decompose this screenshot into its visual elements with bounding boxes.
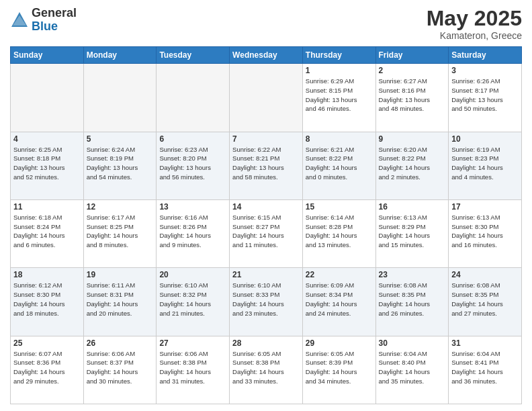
day-number: 27: [159, 338, 226, 348]
calendar-cell: 12Sunrise: 6:17 AM Sunset: 8:25 PM Dayli…: [83, 199, 157, 267]
day-info: Sunrise: 6:04 AM Sunset: 8:40 PM Dayligh…: [379, 349, 446, 386]
day-number: 12: [87, 202, 154, 212]
calendar-cell: 15Sunrise: 6:14 AM Sunset: 8:28 PM Dayli…: [302, 199, 375, 267]
col-sunday: Sunday: [11, 47, 84, 64]
calendar-week-0: 1Sunrise: 6:29 AM Sunset: 8:15 PM Daylig…: [11, 64, 522, 132]
logo-blue: Blue: [32, 19, 58, 33]
day-number: 10: [451, 134, 519, 144]
calendar-cell: 13Sunrise: 6:16 AM Sunset: 8:26 PM Dayli…: [157, 199, 230, 267]
day-info: Sunrise: 6:13 AM Sunset: 8:29 PM Dayligh…: [379, 213, 446, 250]
calendar-cell: 25Sunrise: 6:07 AM Sunset: 8:36 PM Dayli…: [11, 336, 84, 404]
day-number: 4: [13, 134, 81, 144]
col-tuesday: Tuesday: [157, 47, 230, 64]
day-info: Sunrise: 6:19 AM Sunset: 8:23 PM Dayligh…: [451, 145, 519, 182]
day-info: Sunrise: 6:25 AM Sunset: 8:18 PM Dayligh…: [13, 145, 81, 182]
day-number: 8: [306, 134, 373, 144]
calendar-cell: 26Sunrise: 6:06 AM Sunset: 8:37 PM Dayli…: [83, 336, 157, 404]
location: Kamateron, Greece: [427, 30, 522, 41]
logo: General Blue: [10, 7, 77, 34]
calendar-cell: 17Sunrise: 6:13 AM Sunset: 8:30 PM Dayli…: [449, 199, 522, 267]
calendar-cell: [11, 64, 84, 132]
day-number: 29: [306, 338, 373, 348]
logo-general: General: [32, 6, 77, 19]
day-info: Sunrise: 6:07 AM Sunset: 8:36 PM Dayligh…: [13, 349, 81, 386]
day-number: 22: [306, 270, 373, 279]
svg-marker-1: [13, 15, 26, 26]
day-info: Sunrise: 6:27 AM Sunset: 8:16 PM Dayligh…: [379, 77, 446, 113]
calendar-cell: 23Sunrise: 6:08 AM Sunset: 8:35 PM Dayli…: [375, 268, 449, 336]
day-number: 1: [306, 66, 373, 75]
calendar-cell: 29Sunrise: 6:05 AM Sunset: 8:39 PM Dayli…: [302, 336, 375, 404]
col-monday: Monday: [83, 47, 157, 64]
day-info: Sunrise: 6:10 AM Sunset: 8:32 PM Dayligh…: [159, 281, 226, 318]
page: General Blue May 2025 Kamateron, Greece …: [0, 0, 532, 411]
calendar-cell: 31Sunrise: 6:04 AM Sunset: 8:41 PM Dayli…: [449, 336, 522, 404]
day-number: 25: [13, 338, 81, 348]
day-number: 19: [87, 270, 154, 279]
calendar-cell: 21Sunrise: 6:10 AM Sunset: 8:33 PM Dayli…: [230, 268, 303, 336]
calendar-cell: 14Sunrise: 6:15 AM Sunset: 8:27 PM Dayli…: [230, 199, 303, 267]
day-number: 9: [379, 134, 446, 144]
day-number: 21: [232, 270, 300, 279]
day-info: Sunrise: 6:15 AM Sunset: 8:27 PM Dayligh…: [232, 213, 300, 250]
day-info: Sunrise: 6:18 AM Sunset: 8:24 PM Dayligh…: [13, 213, 81, 250]
logo-text: General Blue: [32, 7, 77, 34]
day-number: 30: [379, 338, 446, 348]
calendar-cell: 10Sunrise: 6:19 AM Sunset: 8:23 PM Dayli…: [449, 132, 522, 199]
calendar-cell: 20Sunrise: 6:10 AM Sunset: 8:32 PM Dayli…: [157, 268, 230, 336]
day-number: 18: [13, 270, 81, 279]
day-number: 28: [232, 338, 300, 348]
day-number: 5: [87, 134, 154, 144]
day-info: Sunrise: 6:26 AM Sunset: 8:17 PM Dayligh…: [451, 77, 519, 113]
calendar-cell: 30Sunrise: 6:04 AM Sunset: 8:40 PM Dayli…: [375, 336, 449, 404]
day-info: Sunrise: 6:05 AM Sunset: 8:38 PM Dayligh…: [232, 349, 300, 386]
day-info: Sunrise: 6:09 AM Sunset: 8:34 PM Dayligh…: [306, 281, 373, 318]
day-number: 31: [451, 338, 519, 348]
calendar-cell: 3Sunrise: 6:26 AM Sunset: 8:17 PM Daylig…: [449, 64, 522, 132]
header: General Blue May 2025 Kamateron, Greece: [10, 7, 522, 41]
col-friday: Friday: [375, 47, 449, 64]
day-number: 11: [13, 202, 81, 212]
col-wednesday: Wednesday: [230, 47, 303, 64]
day-info: Sunrise: 6:06 AM Sunset: 8:38 PM Dayligh…: [159, 349, 226, 386]
calendar-cell: 4Sunrise: 6:25 AM Sunset: 8:18 PM Daylig…: [11, 132, 84, 199]
day-info: Sunrise: 6:08 AM Sunset: 8:35 PM Dayligh…: [379, 281, 446, 318]
day-number: 13: [159, 202, 226, 212]
day-info: Sunrise: 6:13 AM Sunset: 8:30 PM Dayligh…: [451, 213, 519, 250]
calendar-cell: 27Sunrise: 6:06 AM Sunset: 8:38 PM Dayli…: [157, 336, 230, 404]
day-number: 16: [379, 202, 446, 212]
day-info: Sunrise: 6:04 AM Sunset: 8:41 PM Dayligh…: [451, 349, 519, 386]
title-block: May 2025 Kamateron, Greece: [427, 7, 522, 41]
calendar-cell: 16Sunrise: 6:13 AM Sunset: 8:29 PM Dayli…: [375, 199, 449, 267]
calendar-cell: 18Sunrise: 6:12 AM Sunset: 8:30 PM Dayli…: [11, 268, 84, 336]
day-info: Sunrise: 6:06 AM Sunset: 8:37 PM Dayligh…: [87, 349, 154, 386]
calendar-week-2: 11Sunrise: 6:18 AM Sunset: 8:24 PM Dayli…: [11, 199, 522, 267]
day-info: Sunrise: 6:14 AM Sunset: 8:28 PM Dayligh…: [306, 213, 373, 250]
day-info: Sunrise: 6:22 AM Sunset: 8:21 PM Dayligh…: [232, 145, 300, 182]
calendar-cell: 1Sunrise: 6:29 AM Sunset: 8:15 PM Daylig…: [302, 64, 375, 132]
day-info: Sunrise: 6:05 AM Sunset: 8:39 PM Dayligh…: [306, 349, 373, 386]
calendar-cell: 11Sunrise: 6:18 AM Sunset: 8:24 PM Dayli…: [11, 199, 84, 267]
calendar-cell: 24Sunrise: 6:08 AM Sunset: 8:35 PM Dayli…: [449, 268, 522, 336]
calendar-cell: [83, 64, 157, 132]
calendar-cell: [230, 64, 303, 132]
day-number: 26: [87, 338, 154, 348]
calendar-cell: 6Sunrise: 6:23 AM Sunset: 8:20 PM Daylig…: [157, 132, 230, 199]
day-number: 7: [232, 134, 300, 144]
calendar-cell: 7Sunrise: 6:22 AM Sunset: 8:21 PM Daylig…: [230, 132, 303, 199]
month-title: May 2025: [427, 7, 522, 30]
calendar-cell: 8Sunrise: 6:21 AM Sunset: 8:22 PM Daylig…: [302, 132, 375, 199]
calendar: Sunday Monday Tuesday Wednesday Thursday…: [10, 46, 522, 404]
calendar-week-4: 25Sunrise: 6:07 AM Sunset: 8:36 PM Dayli…: [11, 336, 522, 404]
day-info: Sunrise: 6:17 AM Sunset: 8:25 PM Dayligh…: [87, 213, 154, 250]
day-info: Sunrise: 6:21 AM Sunset: 8:22 PM Dayligh…: [306, 145, 373, 182]
calendar-cell: 22Sunrise: 6:09 AM Sunset: 8:34 PM Dayli…: [302, 268, 375, 336]
day-info: Sunrise: 6:12 AM Sunset: 8:30 PM Dayligh…: [13, 281, 81, 318]
col-saturday: Saturday: [449, 47, 522, 64]
day-number: 15: [306, 202, 373, 212]
calendar-cell: 28Sunrise: 6:05 AM Sunset: 8:38 PM Dayli…: [230, 336, 303, 404]
day-info: Sunrise: 6:10 AM Sunset: 8:33 PM Dayligh…: [232, 281, 300, 318]
col-thursday: Thursday: [302, 47, 375, 64]
calendar-week-3: 18Sunrise: 6:12 AM Sunset: 8:30 PM Dayli…: [11, 268, 522, 336]
calendar-cell: 19Sunrise: 6:11 AM Sunset: 8:31 PM Dayli…: [83, 268, 157, 336]
